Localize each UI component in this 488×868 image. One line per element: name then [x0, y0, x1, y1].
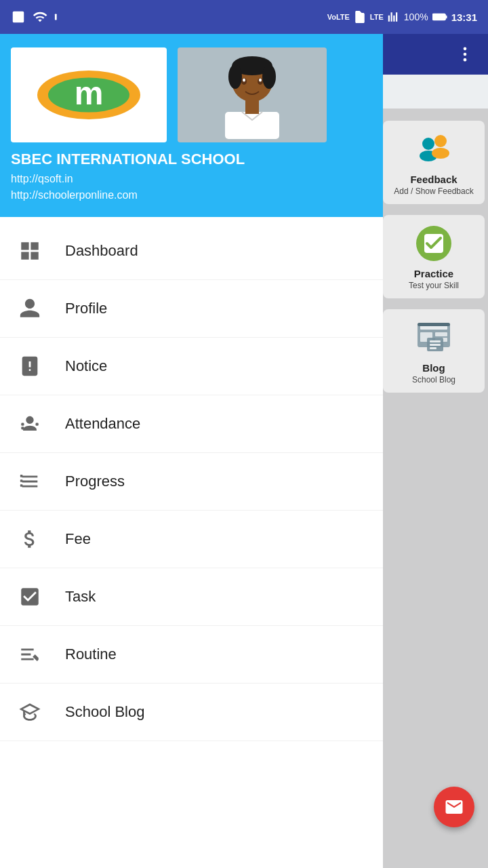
status-bar-right: VoLTE LTE 100% 13:31 — [327, 11, 477, 23]
feedback-card-subtitle: Add / Show Feedback — [394, 186, 473, 196]
notice-label: Notice — [65, 357, 107, 375]
student-photo — [178, 47, 327, 142]
task-label: Task — [65, 588, 96, 606]
status-bar-left-icons — [11, 9, 69, 24]
practice-card[interactable]: Practice Test your Skill — [383, 215, 485, 298]
svg-point-34 — [259, 79, 262, 82]
progress-icon — [16, 468, 43, 495]
more-options-icon[interactable] — [455, 45, 474, 64]
lte-label: LTE — [370, 13, 384, 21]
status-bar: VoLTE LTE 100% 13:31 — [0, 0, 488, 34]
nav-item-notice[interactable]: Notice — [0, 338, 383, 395]
svg-rect-17 — [418, 323, 450, 326]
notice-icon — [16, 353, 43, 380]
wifi-icon — [33, 9, 47, 24]
feedback-card[interactable]: Feedback Add / Show Feedback — [383, 121, 485, 204]
fab-message-button[interactable] — [434, 787, 474, 827]
nav-item-profile[interactable]: Profile — [0, 280, 383, 338]
practice-icon — [413, 223, 454, 264]
svg-point-4 — [464, 53, 467, 56]
svg-rect-26 — [225, 112, 279, 139]
svg-rect-15 — [435, 332, 447, 336]
fee-label: Fee — [65, 530, 91, 548]
svg-rect-19 — [430, 340, 441, 342]
blog-card[interactable]: Blog School Blog — [383, 309, 485, 393]
profile-icon — [16, 295, 43, 322]
blog-card-subtitle: School Blog — [412, 375, 455, 384]
svg-point-30 — [262, 64, 276, 89]
student-avatar — [211, 51, 293, 139]
battery-icon — [432, 12, 447, 22]
svg-rect-0 — [55, 14, 57, 20]
svg-rect-1 — [432, 14, 445, 20]
svg-rect-37 — [36, 423, 39, 426]
nav-list: Dashboard Profile Notice — [0, 217, 383, 868]
drawer-header: m — [0, 34, 383, 217]
routine-icon — [16, 641, 43, 668]
navigation-drawer: m — [0, 34, 383, 868]
svg-point-3 — [464, 47, 467, 51]
svg-point-8 — [434, 135, 447, 147]
battery-percent: 100% — [404, 12, 428, 22]
battery-level-icon — [54, 9, 69, 24]
svg-point-29 — [228, 64, 242, 89]
attendance-label: Attendance — [65, 415, 140, 433]
email-icon — [444, 797, 464, 817]
photo-icon — [11, 9, 26, 24]
nav-item-attendance[interactable]: Attendance — [0, 395, 383, 453]
school-blog-label: School Blog — [65, 703, 144, 721]
fee-icon — [16, 526, 43, 553]
blog-card-title: Blog — [422, 362, 445, 374]
svg-rect-39 — [20, 479, 23, 482]
svg-rect-21 — [430, 347, 436, 349]
svg-point-6 — [422, 138, 434, 150]
school-logo: m — [11, 47, 167, 142]
dashboard-label: Dashboard — [65, 242, 138, 260]
nav-item-fee[interactable]: Fee — [0, 511, 383, 568]
svg-rect-2 — [445, 16, 447, 19]
feedback-card-title: Feedback — [410, 174, 457, 185]
svg-rect-20 — [430, 344, 441, 346]
sim-icon — [354, 11, 366, 23]
school-url-2[interactable]: http://schoolerponline.com — [11, 187, 372, 203]
progress-label: Progress — [65, 473, 125, 490]
nav-item-dashboard[interactable]: Dashboard — [0, 222, 383, 280]
svg-rect-27 — [245, 100, 259, 114]
signal-icon — [388, 11, 400, 23]
school-blog-icon — [16, 698, 43, 726]
svg-text:m: m — [75, 75, 104, 111]
blog-icon — [413, 317, 454, 358]
svg-rect-36 — [21, 427, 24, 429]
right-panel: Feedback Add / Show Feedback Practice Te… — [380, 108, 488, 868]
attendance-icon — [16, 410, 43, 437]
svg-rect-38 — [20, 475, 23, 477]
feedback-icon — [413, 129, 454, 170]
school-url-1[interactable]: http://qsoft.in — [11, 171, 372, 187]
volte-label: VoLTE — [327, 13, 350, 21]
svg-point-5 — [464, 58, 467, 62]
clock: 13:31 — [451, 12, 477, 23]
svg-rect-35 — [21, 423, 24, 426]
nav-item-progress[interactable]: Progress — [0, 453, 383, 511]
svg-point-33 — [243, 79, 245, 82]
mq-logo: m — [35, 64, 143, 125]
school-name: SBEC INTERNATIONAL SCHOOL — [11, 151, 372, 168]
nav-item-task[interactable]: Task — [0, 568, 383, 626]
profile-label: Profile — [65, 300, 107, 317]
practice-card-title: Practice — [414, 268, 453, 279]
drawer-header-images: m — [11, 47, 372, 142]
task-icon — [16, 583, 43, 610]
svg-point-9 — [432, 148, 449, 159]
practice-card-subtitle: Test your Skill — [409, 281, 459, 290]
nav-item-school-blog[interactable]: School Blog — [0, 684, 383, 741]
nav-item-routine[interactable]: Routine — [0, 626, 383, 684]
svg-rect-40 — [20, 484, 23, 487]
dashboard-icon — [16, 237, 43, 264]
routine-label: Routine — [65, 646, 117, 663]
